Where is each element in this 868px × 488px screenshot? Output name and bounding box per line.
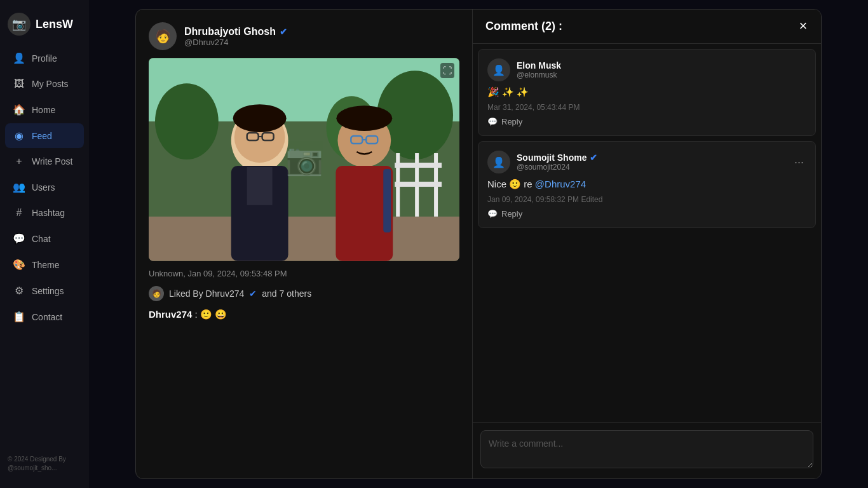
svg-rect-25 [383, 169, 391, 233]
comment-header-1: 👤 Elon Musk @elonmusk [487, 58, 806, 81]
caption-emojis: : 🙂 😀 [195, 309, 227, 320]
sidebar-label-myposts: My Posts [32, 79, 69, 89]
comment-header-2: 👤 Soumojit Shome✔ @soumojit2024 ··· [487, 151, 806, 173]
comment-more-btn-2[interactable]: ··· [792, 156, 806, 169]
comment-avatar-2: 👤 [487, 151, 510, 173]
post-caption: Dhruv274 : 🙂 😀 [149, 309, 459, 320]
myposts-icon: 🖼 [13, 78, 25, 90]
post-username: Dhrubajyoti Ghosh ✔ [184, 26, 459, 37]
main-content: × 🧑 Dhrubajyoti Ghosh ✔ @Dhruv274 [89, 0, 868, 488]
sidebar-label-feed: Feed [32, 131, 52, 141]
sidebar-label-writepost: Write Post [32, 156, 72, 166]
comments-header: Comment (2) : [473, 10, 821, 44]
post-photo-svg [149, 58, 459, 261]
sidebar-label-hashtag: Hashtag [32, 208, 65, 218]
comment-user-info-2: Soumojit Shome✔ @soumojit2024 [517, 152, 785, 172]
svg-rect-9 [395, 163, 442, 168]
modal-backdrop: × 🧑 Dhrubajyoti Ghosh ✔ @Dhruv274 [89, 0, 868, 488]
comment-mention-2: @Dhruv274 [535, 179, 586, 189]
logo-icon: 📷 [8, 13, 31, 36]
comment-avatar-1: 👤 [487, 58, 510, 81]
sidebar-item-feed[interactable]: ◉ Feed [5, 123, 84, 148]
post-author-avatar: 🧑 [149, 22, 177, 50]
sidebar-item-profile[interactable]: 👤 Profile [5, 46, 84, 71]
post-user-info: Dhrubajyoti Ghosh ✔ @Dhruv274 [184, 26, 459, 47]
sidebar-item-contact[interactable]: 📋 Contact [5, 304, 84, 329]
app-logo: 📷 LensW [0, 8, 89, 46]
post-author-handle: @Dhruv274 [184, 37, 459, 47]
reply-icon-1: 💬 [487, 117, 498, 126]
hashtag-icon: # [13, 207, 25, 219]
post-header: 🧑 Dhrubajyoti Ghosh ✔ @Dhruv274 [149, 22, 459, 50]
post-likes: 🧑 Liked By Dhruv274 ✔ and 7 others [149, 286, 459, 301]
comment-username-1: Elon Musk [517, 60, 806, 71]
reply-label-1: Reply [501, 117, 522, 126]
writepost-icon: + [13, 156, 25, 167]
modal-body: 🧑 Dhrubajyoti Ghosh ✔ @Dhruv274 [136, 10, 821, 478]
comment-input-area [473, 422, 821, 478]
comment-handle-2: @soumojit2024 [517, 163, 785, 172]
sidebar: 📷 LensW 👤 Profile 🖼 My Posts 🏠 Home ◉ Fe… [0, 0, 89, 488]
comment-handle-1: @elonmusk [517, 71, 806, 79]
expand-icon[interactable]: ⛶ [440, 63, 454, 78]
liker-verified-badge: ✔ [249, 288, 257, 299]
caption-username: Dhruv274 [149, 309, 192, 320]
reply-icon-2: 💬 [487, 209, 498, 219]
sidebar-item-writepost[interactable]: + Write Post [5, 149, 84, 173]
comment-card-1: 👤 Elon Musk @elonmusk 🎉 ✨ ✨ Mar 31, 2024… [478, 49, 816, 136]
comment-timestamp-1: Mar 31, 2024, 05:43:44 PM [487, 103, 806, 112]
comment-input[interactable] [480, 430, 813, 468]
post-image-container: ⛶ [149, 58, 459, 261]
modal-close-button[interactable]: × [794, 17, 812, 35]
sidebar-item-myposts[interactable]: 🖼 My Posts [5, 72, 84, 96]
svg-rect-18 [247, 167, 273, 205]
sidebar-footer: © 2024 Designed By @soumojit_sho... [0, 447, 89, 480]
contact-icon: 📋 [13, 311, 25, 323]
comments-panel: Comment (2) : 👤 Elon Musk @elonmusk 🎉 ✨ … [473, 10, 821, 478]
sidebar-label-users: Users [32, 182, 55, 193]
sidebar-nav: 👤 Profile 🖼 My Posts 🏠 Home ◉ Feed + Wri… [0, 46, 89, 447]
post-panel: 🧑 Dhrubajyoti Ghosh ✔ @Dhruv274 [136, 10, 473, 478]
sidebar-label-profile: Profile [32, 53, 57, 64]
svg-rect-10 [395, 182, 442, 187]
comment-timestamp-2: Jan 09, 2024, 09:58:32 PM Edited [487, 195, 806, 204]
likes-text: Liked By Dhruv274 [169, 288, 244, 299]
svg-point-20 [336, 105, 392, 131]
svg-point-13 [233, 104, 287, 132]
sidebar-label-home: Home [32, 105, 55, 115]
sidebar-label-contact: Contact [32, 312, 62, 322]
sidebar-item-hashtag[interactable]: # Hashtag [5, 201, 84, 225]
post-image [149, 58, 459, 261]
others-text: and 7 others [262, 288, 311, 299]
post-author-name: Dhrubajyoti Ghosh [184, 26, 276, 37]
feed-icon: ◉ [13, 130, 25, 142]
svg-point-2 [155, 83, 219, 159]
sidebar-item-chat[interactable]: 💬 Chat [5, 226, 84, 251]
comment-body-1: 🎉 ✨ ✨ [487, 86, 806, 98]
settings-icon: ⚙ [13, 285, 25, 297]
comment-reply-btn-1[interactable]: 💬 Reply [487, 117, 522, 126]
liker-avatar: 🧑 [149, 286, 164, 301]
comment-text-1: 🎉 ✨ ✨ [487, 86, 529, 97]
sidebar-item-settings[interactable]: ⚙ Settings [5, 278, 84, 303]
profile-icon: 👤 [13, 52, 25, 64]
sidebar-item-home[interactable]: 🏠 Home [5, 97, 84, 122]
verified-badge: ✔ [280, 27, 287, 37]
sidebar-label-theme: Theme [32, 260, 60, 270]
sidebar-label-chat: Chat [32, 234, 51, 244]
comment-user-info-1: Elon Musk @elonmusk [517, 60, 806, 79]
users-icon: 👥 [13, 181, 25, 193]
svg-rect-5 [149, 217, 459, 261]
comment-reply-btn-2[interactable]: 💬 Reply [487, 209, 522, 219]
sidebar-item-theme[interactable]: 🎨 Theme [5, 252, 84, 277]
chat-icon: 💬 [13, 233, 25, 245]
post-timestamp: Unknown, Jan 09, 2024, 09:53:48 PM [149, 269, 459, 278]
comment-body-2: Nice 🙂 re @Dhruv274 [487, 179, 806, 190]
home-icon: 🏠 [13, 104, 25, 116]
comment-username-2: Soumojit Shome✔ [517, 152, 785, 163]
theme-icon: 🎨 [13, 259, 25, 271]
app-name: LensW [36, 18, 73, 31]
comment-verified-2: ✔ [590, 152, 597, 163]
comments-list: 👤 Elon Musk @elonmusk 🎉 ✨ ✨ Mar 31, 2024… [473, 44, 821, 422]
sidebar-item-users[interactable]: 👥 Users [5, 175, 84, 200]
